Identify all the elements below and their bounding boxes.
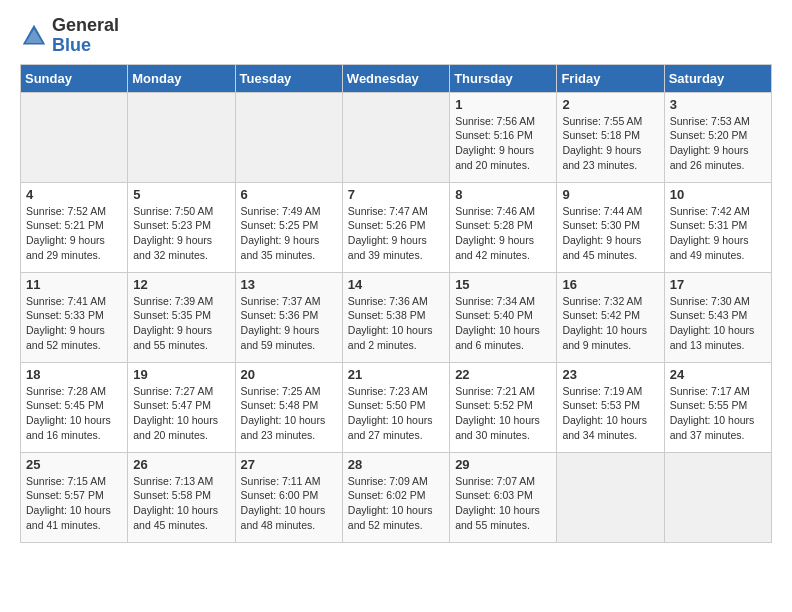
day-info: Sunrise: 7:27 AM Sunset: 5:47 PM Dayligh… <box>133 384 229 443</box>
day-cell: 27Sunrise: 7:11 AM Sunset: 6:00 PM Dayli… <box>235 452 342 542</box>
day-number: 11 <box>26 277 122 292</box>
day-number: 29 <box>455 457 551 472</box>
day-number: 27 <box>241 457 337 472</box>
week-row-3: 11Sunrise: 7:41 AM Sunset: 5:33 PM Dayli… <box>21 272 772 362</box>
day-number: 2 <box>562 97 658 112</box>
day-cell: 3Sunrise: 7:53 AM Sunset: 5:20 PM Daylig… <box>664 92 771 182</box>
day-number: 4 <box>26 187 122 202</box>
day-cell <box>664 452 771 542</box>
day-number: 14 <box>348 277 444 292</box>
day-cell: 5Sunrise: 7:50 AM Sunset: 5:23 PM Daylig… <box>128 182 235 272</box>
day-info: Sunrise: 7:44 AM Sunset: 5:30 PM Dayligh… <box>562 204 658 263</box>
header: General Blue <box>20 16 772 56</box>
day-cell: 2Sunrise: 7:55 AM Sunset: 5:18 PM Daylig… <box>557 92 664 182</box>
day-info: Sunrise: 7:32 AM Sunset: 5:42 PM Dayligh… <box>562 294 658 353</box>
day-cell <box>342 92 449 182</box>
day-number: 25 <box>26 457 122 472</box>
day-cell: 28Sunrise: 7:09 AM Sunset: 6:02 PM Dayli… <box>342 452 449 542</box>
day-number: 22 <box>455 367 551 382</box>
day-info: Sunrise: 7:19 AM Sunset: 5:53 PM Dayligh… <box>562 384 658 443</box>
header-cell-friday: Friday <box>557 64 664 92</box>
day-number: 28 <box>348 457 444 472</box>
day-number: 6 <box>241 187 337 202</box>
week-row-5: 25Sunrise: 7:15 AM Sunset: 5:57 PM Dayli… <box>21 452 772 542</box>
calendar-body: 1Sunrise: 7:56 AM Sunset: 5:16 PM Daylig… <box>21 92 772 542</box>
day-info: Sunrise: 7:55 AM Sunset: 5:18 PM Dayligh… <box>562 114 658 173</box>
day-cell: 15Sunrise: 7:34 AM Sunset: 5:40 PM Dayli… <box>450 272 557 362</box>
day-info: Sunrise: 7:42 AM Sunset: 5:31 PM Dayligh… <box>670 204 766 263</box>
day-number: 12 <box>133 277 229 292</box>
header-cell-tuesday: Tuesday <box>235 64 342 92</box>
day-cell: 13Sunrise: 7:37 AM Sunset: 5:36 PM Dayli… <box>235 272 342 362</box>
calendar-header: SundayMondayTuesdayWednesdayThursdayFrid… <box>21 64 772 92</box>
header-row: SundayMondayTuesdayWednesdayThursdayFrid… <box>21 64 772 92</box>
day-cell <box>128 92 235 182</box>
logo-icon <box>20 22 48 50</box>
day-cell: 26Sunrise: 7:13 AM Sunset: 5:58 PM Dayli… <box>128 452 235 542</box>
day-info: Sunrise: 7:49 AM Sunset: 5:25 PM Dayligh… <box>241 204 337 263</box>
logo-general-text: General <box>52 16 119 36</box>
day-cell: 8Sunrise: 7:46 AM Sunset: 5:28 PM Daylig… <box>450 182 557 272</box>
day-cell <box>21 92 128 182</box>
day-number: 24 <box>670 367 766 382</box>
day-info: Sunrise: 7:50 AM Sunset: 5:23 PM Dayligh… <box>133 204 229 263</box>
day-info: Sunrise: 7:56 AM Sunset: 5:16 PM Dayligh… <box>455 114 551 173</box>
day-cell: 7Sunrise: 7:47 AM Sunset: 5:26 PM Daylig… <box>342 182 449 272</box>
day-info: Sunrise: 7:28 AM Sunset: 5:45 PM Dayligh… <box>26 384 122 443</box>
day-info: Sunrise: 7:15 AM Sunset: 5:57 PM Dayligh… <box>26 474 122 533</box>
day-cell: 18Sunrise: 7:28 AM Sunset: 5:45 PM Dayli… <box>21 362 128 452</box>
header-cell-sunday: Sunday <box>21 64 128 92</box>
day-cell: 22Sunrise: 7:21 AM Sunset: 5:52 PM Dayli… <box>450 362 557 452</box>
day-info: Sunrise: 7:09 AM Sunset: 6:02 PM Dayligh… <box>348 474 444 533</box>
day-cell: 10Sunrise: 7:42 AM Sunset: 5:31 PM Dayli… <box>664 182 771 272</box>
day-info: Sunrise: 7:41 AM Sunset: 5:33 PM Dayligh… <box>26 294 122 353</box>
day-cell: 29Sunrise: 7:07 AM Sunset: 6:03 PM Dayli… <box>450 452 557 542</box>
day-info: Sunrise: 7:34 AM Sunset: 5:40 PM Dayligh… <box>455 294 551 353</box>
week-row-2: 4Sunrise: 7:52 AM Sunset: 5:21 PM Daylig… <box>21 182 772 272</box>
day-cell: 11Sunrise: 7:41 AM Sunset: 5:33 PM Dayli… <box>21 272 128 362</box>
logo: General Blue <box>20 16 119 56</box>
logo-blue-text: Blue <box>52 36 119 56</box>
day-info: Sunrise: 7:13 AM Sunset: 5:58 PM Dayligh… <box>133 474 229 533</box>
day-info: Sunrise: 7:21 AM Sunset: 5:52 PM Dayligh… <box>455 384 551 443</box>
day-number: 16 <box>562 277 658 292</box>
day-cell: 17Sunrise: 7:30 AM Sunset: 5:43 PM Dayli… <box>664 272 771 362</box>
day-number: 20 <box>241 367 337 382</box>
day-cell: 1Sunrise: 7:56 AM Sunset: 5:16 PM Daylig… <box>450 92 557 182</box>
day-cell <box>235 92 342 182</box>
day-number: 19 <box>133 367 229 382</box>
day-cell: 23Sunrise: 7:19 AM Sunset: 5:53 PM Dayli… <box>557 362 664 452</box>
day-number: 17 <box>670 277 766 292</box>
header-cell-wednesday: Wednesday <box>342 64 449 92</box>
day-cell: 16Sunrise: 7:32 AM Sunset: 5:42 PM Dayli… <box>557 272 664 362</box>
day-info: Sunrise: 7:46 AM Sunset: 5:28 PM Dayligh… <box>455 204 551 263</box>
day-info: Sunrise: 7:17 AM Sunset: 5:55 PM Dayligh… <box>670 384 766 443</box>
day-info: Sunrise: 7:25 AM Sunset: 5:48 PM Dayligh… <box>241 384 337 443</box>
day-number: 23 <box>562 367 658 382</box>
day-cell: 21Sunrise: 7:23 AM Sunset: 5:50 PM Dayli… <box>342 362 449 452</box>
day-number: 1 <box>455 97 551 112</box>
day-cell: 19Sunrise: 7:27 AM Sunset: 5:47 PM Dayli… <box>128 362 235 452</box>
day-number: 15 <box>455 277 551 292</box>
day-number: 8 <box>455 187 551 202</box>
day-info: Sunrise: 7:52 AM Sunset: 5:21 PM Dayligh… <box>26 204 122 263</box>
calendar-table: SundayMondayTuesdayWednesdayThursdayFrid… <box>20 64 772 543</box>
day-number: 26 <box>133 457 229 472</box>
day-number: 18 <box>26 367 122 382</box>
week-row-4: 18Sunrise: 7:28 AM Sunset: 5:45 PM Dayli… <box>21 362 772 452</box>
day-cell: 4Sunrise: 7:52 AM Sunset: 5:21 PM Daylig… <box>21 182 128 272</box>
day-info: Sunrise: 7:37 AM Sunset: 5:36 PM Dayligh… <box>241 294 337 353</box>
day-number: 21 <box>348 367 444 382</box>
day-cell: 25Sunrise: 7:15 AM Sunset: 5:57 PM Dayli… <box>21 452 128 542</box>
week-row-1: 1Sunrise: 7:56 AM Sunset: 5:16 PM Daylig… <box>21 92 772 182</box>
day-info: Sunrise: 7:30 AM Sunset: 5:43 PM Dayligh… <box>670 294 766 353</box>
day-info: Sunrise: 7:39 AM Sunset: 5:35 PM Dayligh… <box>133 294 229 353</box>
day-info: Sunrise: 7:07 AM Sunset: 6:03 PM Dayligh… <box>455 474 551 533</box>
day-cell: 9Sunrise: 7:44 AM Sunset: 5:30 PM Daylig… <box>557 182 664 272</box>
day-info: Sunrise: 7:23 AM Sunset: 5:50 PM Dayligh… <box>348 384 444 443</box>
day-number: 13 <box>241 277 337 292</box>
day-cell: 20Sunrise: 7:25 AM Sunset: 5:48 PM Dayli… <box>235 362 342 452</box>
day-info: Sunrise: 7:36 AM Sunset: 5:38 PM Dayligh… <box>348 294 444 353</box>
day-cell: 12Sunrise: 7:39 AM Sunset: 5:35 PM Dayli… <box>128 272 235 362</box>
day-cell: 6Sunrise: 7:49 AM Sunset: 5:25 PM Daylig… <box>235 182 342 272</box>
